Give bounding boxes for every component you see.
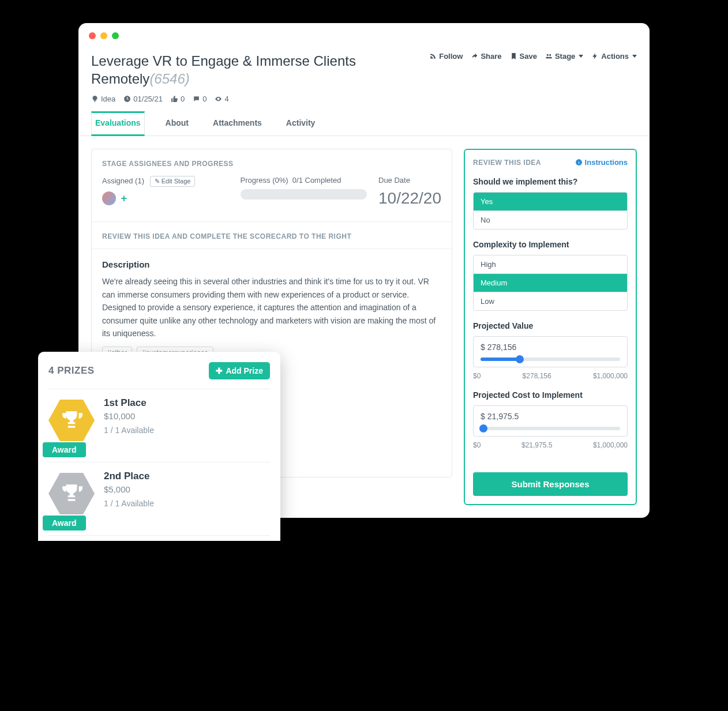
assigned-label: Assigned (1) ✎ Edit Stage	[102, 176, 229, 187]
prize-amount: $5,000	[104, 484, 154, 494]
review-heading: REVIEW THIS IDEA AND COMPLETE THE SCOREC…	[102, 232, 441, 240]
follow-button[interactable]: Follow	[429, 52, 463, 61]
tab-activity[interactable]: Activity	[283, 111, 319, 136]
award-button[interactable]: Award	[43, 442, 86, 457]
prizes-modal: 4 PRIZES ✚Add Prize 1st Place $10,000 1 …	[38, 352, 280, 541]
stage-section-title: STAGE ASSIGNEES AND PROGRESS	[102, 160, 441, 168]
question-value: Projected Value	[473, 321, 628, 330]
share-icon	[471, 52, 478, 60]
users-icon	[545, 52, 553, 60]
tab-attachments[interactable]: Attachments	[209, 111, 265, 136]
options-complexity: High Medium Low	[473, 255, 628, 311]
value-slider-value: $ 278,156	[481, 343, 620, 352]
trophy-silver-icon	[48, 471, 95, 517]
option-yes[interactable]: Yes	[474, 193, 627, 210]
lightbulb-icon	[91, 95, 99, 103]
plus-icon: ✚	[216, 366, 223, 375]
question-implement: Should we implement this?	[473, 177, 628, 186]
views-count: 4	[215, 95, 228, 103]
bolt-icon	[591, 52, 599, 60]
clock-icon	[123, 95, 131, 103]
prize-item: 2nd Place $5,000 1 / 1 Available Award	[48, 462, 270, 525]
prize-amount: $10,000	[104, 411, 154, 421]
description-text: We're already seeing this in several oth…	[102, 275, 441, 340]
option-low[interactable]: Low	[474, 292, 627, 310]
prize-availability: 1 / 1 Available	[104, 499, 154, 508]
progress-bar	[241, 189, 367, 200]
award-button[interactable]: Award	[43, 516, 86, 531]
prize-item: 3rd Place $2,500 1 / 1 Available Award	[48, 535, 270, 541]
idea-date: 01/25/21	[123, 95, 163, 103]
option-high[interactable]: High	[474, 255, 627, 273]
prize-name: 1st Place	[104, 397, 154, 409]
trophy-gold-icon	[48, 397, 95, 443]
option-no[interactable]: No	[474, 210, 627, 229]
tab-evaluations[interactable]: Evaluations	[91, 111, 145, 136]
options-implement: Yes No	[473, 192, 628, 230]
bookmark-icon	[510, 52, 517, 60]
scorecard-panel: REVIEW THIS IDEA Instructions Should we …	[464, 149, 637, 505]
header-toolbar: Follow Share Save Stage Actions	[429, 52, 637, 61]
tabs: Evaluations About Attachments Activity	[78, 111, 650, 136]
add-assignee-button[interactable]: +	[121, 193, 127, 204]
eye-icon	[215, 95, 222, 103]
page-title: Leverage VR to Engage & Immerse Clients …	[91, 52, 368, 88]
option-medium[interactable]: Medium	[474, 273, 627, 292]
value-slider-legend: $0$278,156$1,000,000	[473, 372, 628, 380]
tab-about[interactable]: About	[162, 111, 192, 136]
value-slider[interactable]: $ 278,156	[473, 336, 628, 367]
idea-id: (6546)	[149, 71, 189, 86]
prize-name: 2nd Place	[104, 471, 154, 482]
minimize-icon[interactable]	[100, 32, 107, 39]
rss-icon	[429, 52, 437, 60]
progress-label: Progress (0%) 0/1 Completed	[241, 176, 367, 185]
prizes-title: 4 PRIZES	[48, 365, 95, 377]
instructions-link[interactable]: Instructions	[575, 158, 628, 167]
question-cost: Projected Cost to Implement	[473, 390, 628, 400]
likes-count[interactable]: 0	[171, 95, 185, 103]
cost-slider[interactable]: $ 21,975.5	[473, 405, 628, 437]
save-button[interactable]: Save	[510, 52, 537, 61]
maximize-icon[interactable]	[112, 32, 119, 39]
prize-availability: 1 / 1 Available	[104, 426, 154, 435]
submit-responses-button[interactable]: Submit Responses	[473, 472, 628, 496]
stage-dropdown[interactable]: Stage	[545, 52, 583, 61]
assignee-avatar[interactable]	[102, 191, 116, 205]
info-icon	[575, 159, 583, 166]
thumbs-up-icon	[171, 95, 178, 103]
meta-bar: Idea 01/25/21 0 0 4	[78, 91, 650, 111]
actions-dropdown[interactable]: Actions	[591, 52, 637, 61]
app-window: Leverage VR to Engage & Immerse Clients …	[78, 23, 650, 518]
sidebar-title: REVIEW THIS IDEA	[473, 159, 541, 167]
question-complexity: Complexity to Implement	[473, 240, 628, 249]
share-button[interactable]: Share	[471, 52, 501, 61]
duedate-label: Due Date	[378, 176, 441, 185]
comments-count[interactable]: 0	[193, 95, 207, 103]
description-heading: Description	[102, 259, 441, 269]
idea-type: Idea	[91, 95, 115, 103]
prize-item: 1st Place $10,000 1 / 1 Available Award	[48, 389, 270, 452]
cost-slider-legend: $0$21,975.5$1,000,000	[473, 441, 628, 449]
edit-stage-button[interactable]: ✎ Edit Stage	[150, 176, 196, 187]
duedate-value: 10/22/20	[378, 189, 441, 208]
comment-icon	[193, 95, 200, 103]
add-prize-button[interactable]: ✚Add Prize	[209, 362, 270, 379]
window-controls	[78, 32, 650, 44]
close-icon[interactable]	[89, 32, 96, 39]
cost-slider-value: $ 21,975.5	[481, 412, 620, 421]
